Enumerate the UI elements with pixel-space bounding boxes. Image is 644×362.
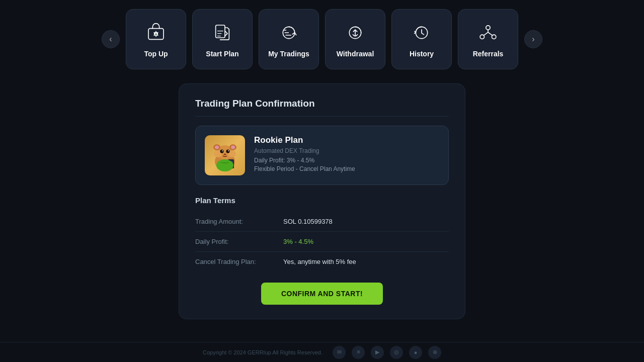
term-value-cancel: Yes, anytime with 5% fee xyxy=(283,258,356,265)
plan-period: Flexible Period - Cancel Plan Anytime xyxy=(254,165,439,172)
svg-point-9 xyxy=(486,26,490,30)
term-label-cancel: Cancel Trading Plan: xyxy=(195,258,278,265)
plan-terms-title: Plan Terms xyxy=(195,196,449,205)
nav-label-my-tradings: My Tradings xyxy=(268,50,309,58)
svg-rect-0 xyxy=(148,29,164,40)
nav-label-history: History xyxy=(410,50,434,58)
nav-item-withdrawal[interactable]: Withdrawal xyxy=(325,9,385,69)
plan-daily-profit: Daily Profit: 3% - 4.5% xyxy=(254,157,439,164)
copyright-text: Copyright © 2024 GERRIup All Rights Rese… xyxy=(203,349,323,355)
trading-plan-card: Trading Plan Confirmation xyxy=(179,83,465,319)
term-label-daily-profit: Daily Profit: xyxy=(195,238,278,245)
svg-point-24 xyxy=(224,154,226,155)
plan-mascot-image xyxy=(205,135,245,175)
nav-label-referrals: Referrals xyxy=(473,50,504,58)
nav-items: Top Up Start Plan xyxy=(126,9,518,69)
top-up-icon xyxy=(144,21,168,45)
term-row-daily-profit: Daily Profit: 3% - 4.5% xyxy=(195,232,449,252)
prev-arrow-button[interactable]: ‹ xyxy=(102,30,120,48)
social-icon-circle[interactable]: ● xyxy=(409,346,422,359)
nav-item-start-plan[interactable]: Start Plan xyxy=(192,9,253,69)
term-label-trading-amount: Trading Amount: xyxy=(195,218,278,225)
nav-item-top-up[interactable]: Top Up xyxy=(126,9,186,69)
social-icon-plus[interactable]: ⊕ xyxy=(428,346,441,359)
social-icon-mail[interactable]: ✉ xyxy=(333,346,346,359)
nav-item-referrals[interactable]: Referrals xyxy=(458,9,518,69)
social-icon-youtube[interactable]: ▶ xyxy=(371,346,384,359)
svg-point-19 xyxy=(231,146,235,149)
social-icon-x[interactable]: ✕ xyxy=(352,346,365,359)
footer: Copyright © 2024 GERRIup All Rights Rese… xyxy=(0,342,644,362)
svg-point-3 xyxy=(156,33,157,34)
confirm-btn-wrap: CONFIRM AND START! xyxy=(195,283,449,305)
nav-bar: ‹ Top Up xyxy=(0,0,644,78)
svg-point-2 xyxy=(155,33,156,34)
plan-subtitle: Automated DEX Trading xyxy=(254,147,439,154)
plan-name: Rookie Plan xyxy=(254,135,439,145)
card-title: Trading Plan Confirmation xyxy=(195,98,449,117)
nav-label-start-plan: Start Plan xyxy=(206,50,238,58)
start-plan-icon xyxy=(210,21,234,45)
my-tradings-icon xyxy=(277,21,301,45)
svg-point-18 xyxy=(215,146,219,149)
svg-point-23 xyxy=(228,150,229,151)
history-icon xyxy=(410,21,434,45)
referrals-icon xyxy=(476,21,500,45)
term-row-trading-amount: Trading Amount: SOL 0.10599378 xyxy=(195,212,449,232)
svg-point-20 xyxy=(220,150,224,153)
term-value-trading-amount: SOL 0.10599378 xyxy=(283,218,333,225)
main-content: Trading Plan Confirmation xyxy=(0,78,644,324)
nav-label-withdrawal: Withdrawal xyxy=(337,50,374,58)
nav-item-history[interactable]: History xyxy=(391,9,452,69)
plan-details: Rookie Plan Automated DEX Trading Daily … xyxy=(254,135,439,174)
nav-item-my-tradings[interactable]: My Tradings xyxy=(259,9,319,69)
withdrawal-icon xyxy=(343,21,367,45)
term-row-cancel: Cancel Trading Plan: Yes, anytime with 5… xyxy=(195,252,449,272)
plan-info-card: Rookie Plan Automated DEX Trading Daily … xyxy=(195,126,449,185)
svg-point-21 xyxy=(226,150,230,153)
social-icon-instagram[interactable]: ◎ xyxy=(390,346,403,359)
confirm-start-button[interactable]: CONFIRM AND START! xyxy=(261,283,383,305)
term-value-daily-profit: 3% - 4.5% xyxy=(283,238,313,245)
svg-point-27 xyxy=(216,159,233,171)
nav-label-top-up: Top Up xyxy=(144,50,168,58)
plan-terms-list: Trading Amount: SOL 0.10599378 Daily Pro… xyxy=(195,212,449,272)
next-arrow-button[interactable]: › xyxy=(524,30,542,48)
svg-point-22 xyxy=(222,150,223,151)
social-icons: ✉ ✕ ▶ ◎ ● ⊕ xyxy=(333,346,441,359)
